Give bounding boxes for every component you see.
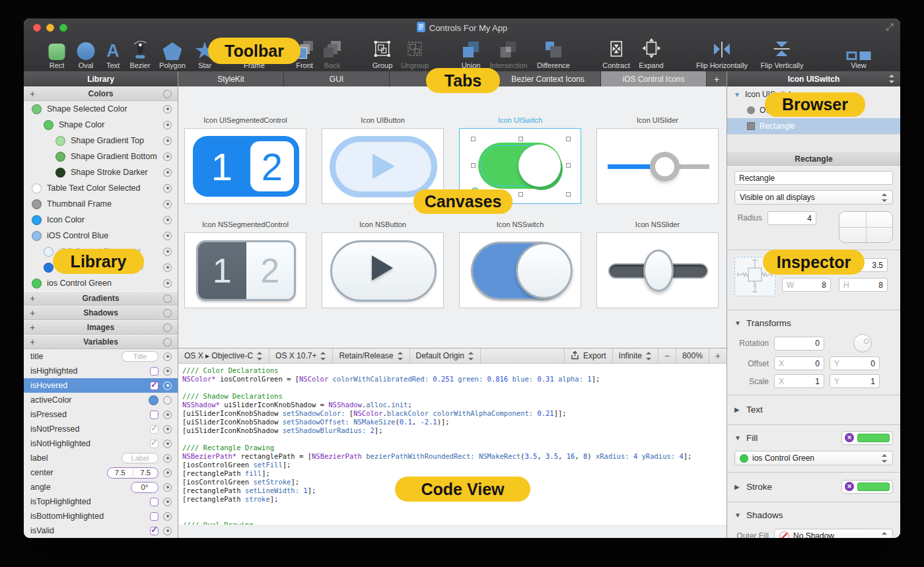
add-item-button[interactable]: +	[30, 293, 35, 304]
fill-color-select[interactable]: ios Control Green	[734, 451, 893, 465]
canvas-size-select[interactable]: Infinite	[612, 349, 658, 363]
outer-shadow-select[interactable]: No Shadow	[774, 529, 893, 538]
variable-target-icon[interactable]	[163, 454, 172, 463]
color-list-item[interactable]: Thumbnail Frame	[24, 196, 178, 212]
add-item-button[interactable]: +	[30, 308, 35, 318]
document-tab[interactable]: GUI	[284, 71, 390, 86]
canvas-ns-switch[interactable]: Icon NSSwitch	[459, 220, 581, 308]
stroke-color-swatch[interactable]	[857, 483, 890, 491]
color-list-item[interactable]: Icon Color	[24, 212, 178, 228]
offset-x-field[interactable]: X0	[774, 356, 824, 370]
variable-target-icon[interactable]	[163, 382, 172, 390]
variable-target-icon[interactable]	[163, 512, 172, 521]
color-list-item[interactable]: Shape Color	[24, 117, 178, 133]
section-target-ring[interactable]	[163, 309, 172, 317]
tool-text[interactable]: A Text	[106, 38, 120, 69]
scale-x-field[interactable]: X1	[774, 374, 824, 388]
color-target-icon[interactable]	[163, 121, 172, 129]
tool-group[interactable]: Group	[373, 38, 393, 69]
variable-row[interactable]: isHighlighted	[24, 364, 178, 378]
tool-flip-horizontally[interactable]: Flip Horizontally	[696, 38, 748, 69]
variable-checkbox[interactable]	[150, 527, 159, 535]
disclosure-triangle-icon[interactable]: ▼	[734, 512, 741, 519]
disclosure-triangle-icon[interactable]: ▼	[734, 319, 741, 327]
text-section-header[interactable]: ▶ Text	[734, 401, 893, 418]
color-list-item[interactable]: ios Control Green	[24, 275, 178, 291]
color-target-icon[interactable]	[163, 137, 172, 145]
variable-checkbox[interactable]	[150, 440, 159, 448]
height-field[interactable]: H8	[839, 278, 888, 292]
fill-color-swatch[interactable]	[857, 434, 890, 442]
disclosure-triangle-icon[interactable]: ▼	[734, 91, 740, 98]
tool-difference[interactable]: Difference	[537, 38, 570, 69]
radius-field[interactable]: 4	[767, 211, 816, 225]
add-item-button[interactable]: +	[30, 337, 35, 347]
zoom-in-button[interactable]: +	[709, 349, 727, 363]
document-tab[interactable]: StyleKit	[178, 71, 284, 86]
canvas-ui-segmented-control[interactable]: Icon UISegmentedControl 1 2	[184, 116, 306, 204]
document-tab[interactable]: Bezier Context Icons	[495, 71, 601, 86]
selection-handle[interactable]	[518, 137, 523, 141]
tool-contract[interactable]: Contract	[602, 38, 630, 69]
zoom-level[interactable]: 800%	[676, 349, 709, 363]
library-section-header[interactable]: + Shadows	[24, 306, 178, 320]
variable-checkbox[interactable]	[150, 512, 159, 521]
zoom-button[interactable]	[59, 24, 67, 32]
canvas-ns-segmented-control[interactable]: Icon NSSegmentedControl 1 2	[184, 220, 306, 308]
add-item-button[interactable]: +	[30, 322, 35, 333]
zoom-out-button[interactable]: −	[658, 349, 676, 363]
scale-y-field[interactable]: Y1	[830, 374, 880, 388]
tool-back[interactable]: Back	[322, 38, 342, 69]
tool-intersection[interactable]: Intersection	[490, 38, 528, 69]
browser-header[interactable]: Icon UISwitch	[727, 71, 900, 86]
section-target-ring[interactable]	[163, 90, 172, 98]
fill-swatch-button[interactable]: ✕	[841, 431, 893, 445]
tool-view[interactable]: View	[847, 38, 871, 69]
disclosure-triangle-icon[interactable]: ▼	[734, 434, 741, 442]
visibility-select[interactable]: Visible on all displays	[734, 190, 893, 205]
document-tab[interactable]: iOS Control Icons	[601, 71, 707, 86]
variable-row[interactable]: angle 0°	[24, 480, 178, 494]
variable-target-icon[interactable]	[163, 483, 172, 492]
rotation-field[interactable]: 0	[774, 337, 824, 350]
variable-row[interactable]: activeColor	[24, 393, 178, 407]
color-target-icon[interactable]	[163, 216, 172, 224]
variable-row[interactable]: isHovered	[24, 378, 178, 393]
minimize-button[interactable]	[46, 24, 54, 32]
tool-expand[interactable]: Expand	[639, 38, 663, 69]
variable-target-icon[interactable]	[163, 527, 172, 535]
variable-target-icon[interactable]	[163, 396, 172, 405]
color-target-icon[interactable]	[163, 279, 172, 288]
fullscreen-icon[interactable]: ⤢	[886, 21, 894, 33]
tool-rect[interactable]: Rect	[49, 38, 65, 69]
color-list-item[interactable]: iOS Control Blue	[24, 228, 178, 244]
fill-section-header[interactable]: ▼ Fill ✕	[734, 430, 893, 445]
variable-checkbox[interactable]	[150, 411, 159, 419]
variable-target-icon[interactable]	[163, 367, 172, 376]
canvas-ns-slider[interactable]: Icon NSSlider	[596, 220, 719, 308]
tool-union[interactable]: Union	[461, 38, 481, 69]
variable-checkbox[interactable]	[150, 367, 159, 376]
variable-row[interactable]: isPressed	[24, 407, 178, 422]
selection-handle[interactable]	[566, 137, 571, 141]
color-target-icon[interactable]	[163, 263, 172, 272]
tool-oval[interactable]: Oval	[77, 38, 95, 69]
variable-color-swatch[interactable]	[149, 395, 159, 405]
browser-row-rectangle[interactable]: Rectangle	[727, 118, 900, 134]
disclosure-triangle-icon[interactable]: ▶	[734, 483, 741, 490]
selection-handle[interactable]	[566, 163, 571, 168]
remove-stroke-icon[interactable]: ✕	[845, 482, 854, 491]
color-list-item[interactable]: Shape Stroke Darker	[24, 164, 178, 180]
variable-row[interactable]: isBottomHighlighted	[24, 509, 178, 523]
tool-flip-vertically[interactable]: Flip Vertically	[761, 38, 804, 69]
add-color-button[interactable]: +	[30, 88, 35, 99]
shadows-section-header[interactable]: ▼ Shadows	[734, 508, 893, 522]
variable-target-icon[interactable]	[163, 352, 172, 361]
library-section-header[interactable]: + Gradients	[24, 291, 178, 306]
width-field[interactable]: W8	[782, 278, 831, 292]
variable-point-field[interactable]: 7.57.5	[107, 467, 159, 479]
variable-target-icon[interactable]	[163, 498, 172, 506]
shape-name-field[interactable]: Rectangle	[734, 171, 893, 185]
color-target-icon[interactable]	[163, 152, 172, 161]
platform-select[interactable]: OS X 10.7+	[269, 349, 333, 363]
